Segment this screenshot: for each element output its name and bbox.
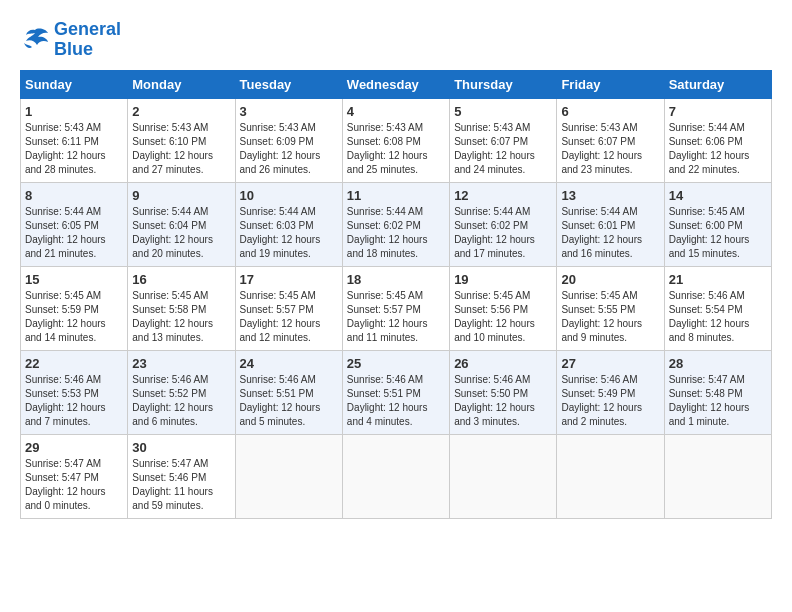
day-number: 16	[132, 272, 230, 287]
calendar-cell: 24Sunrise: 5:46 AM Sunset: 5:51 PM Dayli…	[235, 350, 342, 434]
calendar-cell: 14Sunrise: 5:45 AM Sunset: 6:00 PM Dayli…	[664, 182, 771, 266]
calendar-table: SundayMondayTuesdayWednesdayThursdayFrid…	[20, 70, 772, 519]
day-info: Sunrise: 5:45 AM Sunset: 5:57 PM Dayligh…	[240, 289, 338, 345]
header-row: SundayMondayTuesdayWednesdayThursdayFrid…	[21, 70, 772, 98]
day-number: 15	[25, 272, 123, 287]
day-header-saturday: Saturday	[664, 70, 771, 98]
calendar-cell: 12Sunrise: 5:44 AM Sunset: 6:02 PM Dayli…	[450, 182, 557, 266]
day-number: 14	[669, 188, 767, 203]
day-number: 18	[347, 272, 445, 287]
day-number: 24	[240, 356, 338, 371]
calendar-cell: 11Sunrise: 5:44 AM Sunset: 6:02 PM Dayli…	[342, 182, 449, 266]
day-info: Sunrise: 5:45 AM Sunset: 5:58 PM Dayligh…	[132, 289, 230, 345]
day-info: Sunrise: 5:44 AM Sunset: 6:03 PM Dayligh…	[240, 205, 338, 261]
page-header: General Blue	[20, 20, 772, 60]
day-number: 22	[25, 356, 123, 371]
day-info: Sunrise: 5:47 AM Sunset: 5:48 PM Dayligh…	[669, 373, 767, 429]
day-info: Sunrise: 5:44 AM Sunset: 6:01 PM Dayligh…	[561, 205, 659, 261]
calendar-cell: 2Sunrise: 5:43 AM Sunset: 6:10 PM Daylig…	[128, 98, 235, 182]
calendar-cell: 23Sunrise: 5:46 AM Sunset: 5:52 PM Dayli…	[128, 350, 235, 434]
calendar-cell	[342, 434, 449, 518]
calendar-cell: 20Sunrise: 5:45 AM Sunset: 5:55 PM Dayli…	[557, 266, 664, 350]
day-info: Sunrise: 5:46 AM Sunset: 5:53 PM Dayligh…	[25, 373, 123, 429]
day-number: 3	[240, 104, 338, 119]
day-info: Sunrise: 5:46 AM Sunset: 5:50 PM Dayligh…	[454, 373, 552, 429]
day-info: Sunrise: 5:45 AM Sunset: 5:56 PM Dayligh…	[454, 289, 552, 345]
calendar-cell	[664, 434, 771, 518]
day-info: Sunrise: 5:43 AM Sunset: 6:07 PM Dayligh…	[454, 121, 552, 177]
day-number: 13	[561, 188, 659, 203]
week-row-5: 29Sunrise: 5:47 AM Sunset: 5:47 PM Dayli…	[21, 434, 772, 518]
day-header-friday: Friday	[557, 70, 664, 98]
logo: General Blue	[20, 20, 121, 60]
day-info: Sunrise: 5:46 AM Sunset: 5:52 PM Dayligh…	[132, 373, 230, 429]
calendar-cell: 30Sunrise: 5:47 AM Sunset: 5:46 PM Dayli…	[128, 434, 235, 518]
calendar-cell: 3Sunrise: 5:43 AM Sunset: 6:09 PM Daylig…	[235, 98, 342, 182]
day-number: 30	[132, 440, 230, 455]
day-number: 27	[561, 356, 659, 371]
day-info: Sunrise: 5:44 AM Sunset: 6:06 PM Dayligh…	[669, 121, 767, 177]
calendar-cell: 16Sunrise: 5:45 AM Sunset: 5:58 PM Dayli…	[128, 266, 235, 350]
day-number: 6	[561, 104, 659, 119]
day-number: 28	[669, 356, 767, 371]
day-number: 1	[25, 104, 123, 119]
day-number: 12	[454, 188, 552, 203]
calendar-cell: 8Sunrise: 5:44 AM Sunset: 6:05 PM Daylig…	[21, 182, 128, 266]
week-row-3: 15Sunrise: 5:45 AM Sunset: 5:59 PM Dayli…	[21, 266, 772, 350]
day-number: 29	[25, 440, 123, 455]
day-info: Sunrise: 5:47 AM Sunset: 5:47 PM Dayligh…	[25, 457, 123, 513]
day-number: 19	[454, 272, 552, 287]
week-row-1: 1Sunrise: 5:43 AM Sunset: 6:11 PM Daylig…	[21, 98, 772, 182]
day-info: Sunrise: 5:43 AM Sunset: 6:11 PM Dayligh…	[25, 121, 123, 177]
calendar-cell	[557, 434, 664, 518]
day-info: Sunrise: 5:46 AM Sunset: 5:51 PM Dayligh…	[347, 373, 445, 429]
calendar-cell: 6Sunrise: 5:43 AM Sunset: 6:07 PM Daylig…	[557, 98, 664, 182]
logo-text: General Blue	[54, 20, 121, 60]
day-info: Sunrise: 5:46 AM Sunset: 5:49 PM Dayligh…	[561, 373, 659, 429]
day-info: Sunrise: 5:44 AM Sunset: 6:02 PM Dayligh…	[454, 205, 552, 261]
week-row-4: 22Sunrise: 5:46 AM Sunset: 5:53 PM Dayli…	[21, 350, 772, 434]
calendar-cell: 22Sunrise: 5:46 AM Sunset: 5:53 PM Dayli…	[21, 350, 128, 434]
day-header-tuesday: Tuesday	[235, 70, 342, 98]
day-header-wednesday: Wednesday	[342, 70, 449, 98]
calendar-cell: 10Sunrise: 5:44 AM Sunset: 6:03 PM Dayli…	[235, 182, 342, 266]
day-info: Sunrise: 5:44 AM Sunset: 6:04 PM Dayligh…	[132, 205, 230, 261]
day-header-monday: Monday	[128, 70, 235, 98]
calendar-cell: 26Sunrise: 5:46 AM Sunset: 5:50 PM Dayli…	[450, 350, 557, 434]
day-number: 25	[347, 356, 445, 371]
day-info: Sunrise: 5:45 AM Sunset: 5:59 PM Dayligh…	[25, 289, 123, 345]
day-info: Sunrise: 5:44 AM Sunset: 6:05 PM Dayligh…	[25, 205, 123, 261]
day-info: Sunrise: 5:45 AM Sunset: 5:55 PM Dayligh…	[561, 289, 659, 345]
day-info: Sunrise: 5:43 AM Sunset: 6:07 PM Dayligh…	[561, 121, 659, 177]
calendar-cell: 4Sunrise: 5:43 AM Sunset: 6:08 PM Daylig…	[342, 98, 449, 182]
day-info: Sunrise: 5:43 AM Sunset: 6:09 PM Dayligh…	[240, 121, 338, 177]
calendar-cell: 15Sunrise: 5:45 AM Sunset: 5:59 PM Dayli…	[21, 266, 128, 350]
calendar-cell: 19Sunrise: 5:45 AM Sunset: 5:56 PM Dayli…	[450, 266, 557, 350]
day-info: Sunrise: 5:47 AM Sunset: 5:46 PM Dayligh…	[132, 457, 230, 513]
calendar-cell: 17Sunrise: 5:45 AM Sunset: 5:57 PM Dayli…	[235, 266, 342, 350]
day-number: 17	[240, 272, 338, 287]
day-number: 26	[454, 356, 552, 371]
calendar-cell: 21Sunrise: 5:46 AM Sunset: 5:54 PM Dayli…	[664, 266, 771, 350]
calendar-cell	[235, 434, 342, 518]
day-info: Sunrise: 5:45 AM Sunset: 6:00 PM Dayligh…	[669, 205, 767, 261]
calendar-cell: 18Sunrise: 5:45 AM Sunset: 5:57 PM Dayli…	[342, 266, 449, 350]
logo-bird-icon	[20, 25, 50, 55]
day-number: 10	[240, 188, 338, 203]
calendar-cell: 5Sunrise: 5:43 AM Sunset: 6:07 PM Daylig…	[450, 98, 557, 182]
calendar-cell	[450, 434, 557, 518]
day-number: 7	[669, 104, 767, 119]
day-number: 20	[561, 272, 659, 287]
day-header-sunday: Sunday	[21, 70, 128, 98]
day-info: Sunrise: 5:45 AM Sunset: 5:57 PM Dayligh…	[347, 289, 445, 345]
day-number: 23	[132, 356, 230, 371]
day-number: 9	[132, 188, 230, 203]
calendar-cell: 29Sunrise: 5:47 AM Sunset: 5:47 PM Dayli…	[21, 434, 128, 518]
day-number: 2	[132, 104, 230, 119]
day-info: Sunrise: 5:43 AM Sunset: 6:08 PM Dayligh…	[347, 121, 445, 177]
day-header-thursday: Thursday	[450, 70, 557, 98]
calendar-cell: 9Sunrise: 5:44 AM Sunset: 6:04 PM Daylig…	[128, 182, 235, 266]
calendar-cell: 25Sunrise: 5:46 AM Sunset: 5:51 PM Dayli…	[342, 350, 449, 434]
calendar-cell: 7Sunrise: 5:44 AM Sunset: 6:06 PM Daylig…	[664, 98, 771, 182]
day-number: 11	[347, 188, 445, 203]
